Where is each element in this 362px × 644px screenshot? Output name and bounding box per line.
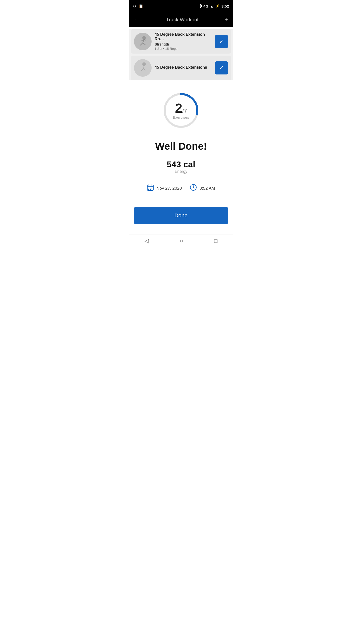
- status-bar: ⚙ 📋 ₿ 4G ▲ ⚡ 3:52: [129, 0, 233, 12]
- clipboard-icon: 📋: [139, 4, 143, 8]
- svg-line-2: [140, 43, 143, 45]
- svg-point-6: [142, 62, 146, 66]
- divider: [134, 203, 228, 203]
- svg-line-8: [141, 69, 144, 71]
- progress-current: 2: [175, 101, 182, 115]
- network-label: 4G: [203, 4, 208, 8]
- main-content: 2/7 Exercises Well Done! 543 cal Energy: [129, 80, 233, 234]
- checkmark-icon-2: ✓: [219, 65, 224, 71]
- home-nav-icon[interactable]: ○: [180, 238, 183, 244]
- exercise-card-2: 45 Degree Back Extensions ✓: [131, 56, 231, 80]
- signal-icon: ▲: [210, 4, 214, 8]
- svg-rect-18: [151, 188, 152, 188]
- energy-value: 543 cal: [167, 159, 195, 169]
- done-button[interactable]: Done: [134, 207, 228, 224]
- svg-rect-16: [148, 188, 149, 188]
- svg-line-5: [144, 39, 146, 40]
- page-title: Track Workout: [166, 17, 199, 23]
- well-done-text: Well Done!: [155, 141, 207, 152]
- svg-rect-19: [148, 189, 149, 190]
- date-text: Nov 27, 2020: [156, 186, 182, 191]
- progress-total: /7: [182, 108, 187, 114]
- exercise-avatar-2: [134, 59, 152, 77]
- exercise-name-2: 45 Degree Back Extensions: [155, 65, 212, 70]
- svg-rect-20: [150, 189, 151, 190]
- svg-point-0: [142, 36, 146, 39]
- datetime-row: Nov 27, 2020 3:52 AM: [147, 184, 215, 193]
- check-button-1[interactable]: ✓: [215, 35, 228, 48]
- top-nav: ← Track Workout +: [129, 12, 233, 27]
- gear-icon: ⚙: [133, 4, 136, 8]
- svg-line-9: [144, 69, 146, 70]
- check-button-2[interactable]: ✓: [215, 61, 228, 74]
- svg-line-23: [193, 187, 195, 188]
- checkmark-icon-1: ✓: [219, 38, 224, 45]
- exercise-details-1: 1 Set • 15 Reps: [155, 47, 212, 51]
- recent-nav-icon[interactable]: □: [214, 238, 217, 244]
- exercise-card-1: 45 Degree Back Extension Ro… Strength 1 …: [131, 29, 231, 54]
- time-display: 3:52: [221, 4, 229, 8]
- status-left-icons: ⚙ 📋: [133, 4, 143, 8]
- date-item: Nov 27, 2020: [147, 184, 182, 193]
- svg-line-3: [143, 43, 145, 45]
- exercise-name-1: 45 Degree Back Extension Ro…: [155, 32, 212, 41]
- exercise-category-1: Strength: [155, 42, 212, 46]
- exercise-info-2: 45 Degree Back Extensions: [155, 65, 212, 71]
- svg-rect-17: [150, 188, 151, 188]
- progress-center: 2/7 Exercises: [173, 102, 189, 119]
- progress-circle: 2/7 Exercises: [161, 90, 201, 131]
- status-right-icons: ₿ 4G ▲ ⚡ 3:52: [200, 4, 229, 8]
- calendar-icon: [147, 184, 154, 193]
- bottom-nav-bar: ◁ ○ □: [129, 234, 233, 248]
- progress-label: Exercises: [173, 115, 189, 119]
- back-nav-icon[interactable]: ◁: [145, 238, 149, 244]
- bluetooth-icon: ₿: [200, 4, 202, 8]
- exercise-info-1: 45 Degree Back Extension Ro… Strength 1 …: [155, 32, 212, 51]
- back-button[interactable]: ←: [134, 16, 140, 23]
- exercise-list: 45 Degree Back Extension Ro… Strength 1 …: [129, 29, 233, 80]
- add-button[interactable]: +: [224, 16, 228, 23]
- clock-icon: [190, 184, 197, 193]
- time-text: 3:52 AM: [199, 186, 215, 191]
- svg-line-7: [144, 66, 144, 69]
- battery-icon: ⚡: [215, 4, 220, 8]
- energy-label: Energy: [175, 169, 188, 174]
- time-item: 3:52 AM: [190, 184, 215, 193]
- exercise-avatar-1: [134, 33, 152, 50]
